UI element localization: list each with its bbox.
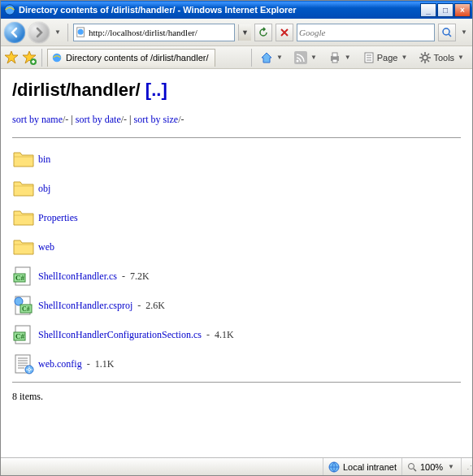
sort-suffix: /- xyxy=(63,114,68,125)
sort-by-size-link[interactable]: sort by size xyxy=(134,114,179,125)
status-message xyxy=(1,458,323,475)
list-item: web.config - 1.1K xyxy=(12,349,461,379)
list-item: C#ShellIconHandler.cs - 7.2K xyxy=(12,262,461,291)
address-bar[interactable] xyxy=(73,24,235,41)
fav-toolbar: Directory contents of /dirlist/handler/ … xyxy=(1,46,472,69)
divider xyxy=(12,137,461,138)
search-icon xyxy=(441,27,453,38)
svg-point-7 xyxy=(296,59,298,62)
stop-icon xyxy=(280,28,289,37)
zoom-label: 100% xyxy=(420,462,443,472)
entry-link[interactable]: bin xyxy=(38,154,50,166)
status-bar: Local intranet 100% ▼ ⋰ xyxy=(1,457,472,475)
home-button[interactable]: ▼ xyxy=(257,49,288,67)
entry-link[interactable]: web.config xyxy=(38,358,82,370)
csproj-icon: C# xyxy=(12,295,35,316)
page-icon xyxy=(76,27,87,38)
svg-rect-6 xyxy=(294,51,307,64)
svg-text:C#: C# xyxy=(15,332,24,340)
search-input[interactable] xyxy=(299,28,432,37)
address-dropdown[interactable]: ▼ xyxy=(238,24,251,41)
sort-by-date-link[interactable]: sort by date xyxy=(76,114,121,125)
directory-listing: binobjPropertieswebC#ShellIconHandler.cs… xyxy=(12,145,461,379)
search-button[interactable] xyxy=(438,24,456,41)
search-dropdown[interactable]: ▼ xyxy=(459,28,469,36)
close-button[interactable]: × xyxy=(454,3,471,17)
dash: - xyxy=(137,300,141,312)
print-button[interactable]: ▼ xyxy=(325,49,356,67)
entry-link[interactable]: ShellIconHandler.cs xyxy=(38,270,117,283)
window-controls: _ □ × xyxy=(420,3,471,17)
stop-button[interactable] xyxy=(276,24,293,41)
toolbar-separator xyxy=(41,49,42,67)
tab-title: Directory contents of /dirlist/handler/ xyxy=(66,53,208,63)
entry-link[interactable]: ShellIconHandler.csproj xyxy=(38,300,132,312)
list-item: C#ShellIconHandlerConfigurationSection.c… xyxy=(12,320,461,349)
svg-rect-9 xyxy=(332,53,337,57)
zone-label: Local intranet xyxy=(343,462,397,472)
cs-icon: C# xyxy=(12,266,35,287)
folder-icon xyxy=(12,178,35,199)
back-button[interactable] xyxy=(4,22,25,43)
svg-point-27 xyxy=(408,463,414,469)
print-icon xyxy=(328,51,341,64)
dash: - xyxy=(87,358,90,370)
add-favorite-icon[interactable] xyxy=(22,50,37,65)
dash: - xyxy=(206,329,210,341)
maximize-button[interactable]: □ xyxy=(437,3,453,17)
feeds-button[interactable]: ▼ xyxy=(291,49,322,67)
divider xyxy=(12,382,461,383)
sort-by-name-link[interactable]: sort by name xyxy=(12,114,63,125)
intranet-icon xyxy=(328,461,340,473)
list-item: Properties xyxy=(12,203,461,232)
status-zoom[interactable]: 100% ▼ xyxy=(401,458,461,475)
ie-icon xyxy=(4,4,15,15)
svg-rect-10 xyxy=(332,59,337,63)
window-title: Directory contents of /dirlist/handler/ … xyxy=(19,5,420,15)
list-item: obj xyxy=(12,174,461,203)
list-item: bin xyxy=(12,145,461,174)
sort-suffix: /- xyxy=(121,114,127,125)
entry-size: 1.1K xyxy=(95,358,115,370)
folder-icon xyxy=(12,149,35,170)
list-item: C#ShellIconHandler.csproj - 2.6K xyxy=(12,291,461,320)
list-item: web xyxy=(12,232,461,262)
folder-icon xyxy=(12,207,35,228)
browser-tab[interactable]: Directory contents of /dirlist/handler/ xyxy=(47,49,215,67)
items-count: 8 items. xyxy=(12,391,461,403)
svg-text:C#: C# xyxy=(15,274,24,282)
arrow-left-icon xyxy=(9,27,20,38)
toolbar-separator xyxy=(67,24,68,41)
gear-icon xyxy=(419,51,432,64)
nav-toolbar: ▼ ▼ ▼ xyxy=(1,19,472,46)
page-menu-icon xyxy=(362,51,375,64)
toolbar-separator xyxy=(251,49,252,67)
arrow-right-icon xyxy=(33,27,45,38)
address-input[interactable] xyxy=(89,25,232,40)
entry-size: 2.6K xyxy=(145,300,165,312)
home-icon xyxy=(260,51,273,64)
parent-link[interactable]: [..] xyxy=(145,80,167,100)
tools-menu[interactable]: Tools ▼ xyxy=(415,49,469,67)
sort-suffix: /- xyxy=(178,114,184,125)
zoom-icon xyxy=(407,462,417,472)
entry-link[interactable]: Properties xyxy=(38,212,78,224)
rss-icon xyxy=(294,51,307,64)
tab-ie-icon xyxy=(51,52,63,63)
refresh-icon xyxy=(258,27,269,38)
entry-link[interactable]: ShellIconHandlerConfigurationSection.cs xyxy=(38,329,202,341)
entry-size: 7.2K xyxy=(130,270,150,283)
nav-history-dropdown[interactable]: ▼ xyxy=(53,28,63,36)
refresh-button[interactable] xyxy=(254,24,272,41)
svg-text:C#: C# xyxy=(22,305,30,313)
search-box[interactable] xyxy=(297,24,435,41)
content-area: /dirlist/handler/ [..] sort by name/- | … xyxy=(1,69,472,457)
resize-grip[interactable]: ⋰ xyxy=(461,458,472,475)
entry-link[interactable]: web xyxy=(38,241,54,253)
minimize-button[interactable]: _ xyxy=(420,3,436,17)
page-menu[interactable]: Page ▼ xyxy=(359,49,413,67)
heading-path: /dirlist/handler/ xyxy=(12,80,141,100)
favorites-star-icon[interactable] xyxy=(4,50,19,65)
forward-button[interactable] xyxy=(28,22,50,43)
entry-link[interactable]: obj xyxy=(38,183,50,195)
